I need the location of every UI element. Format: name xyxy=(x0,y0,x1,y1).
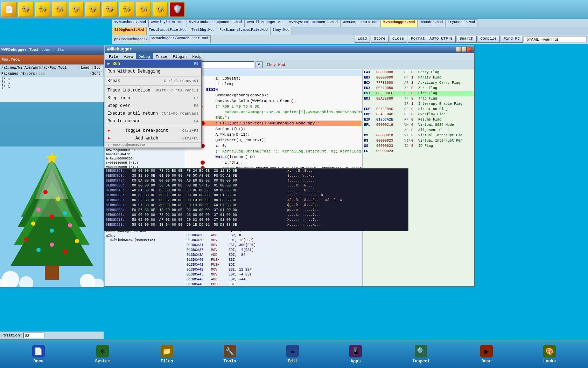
store-button[interactable]: Store xyxy=(371,36,388,43)
toolbar-icon-8[interactable]: 🐝 xyxy=(136,2,151,17)
load-button[interactable]: Load xyxy=(355,36,370,43)
tab-wvmsystem[interactable]: WVMSystemComponents.Mod xyxy=(287,19,340,27)
tab-wvmpinyin[interactable]: WVMPinyin.ME.Mod xyxy=(148,19,187,27)
taskbar-tools[interactable]: 🔧 Tools xyxy=(218,343,242,366)
ctx-trace-label: Trace instruction xyxy=(107,88,150,93)
ctx-run[interactable]: ▶ Run F9 xyxy=(105,60,201,68)
fox-sto-btn[interactable]: Sto xyxy=(92,66,102,70)
taskbar-files[interactable]: 📁 Files xyxy=(155,343,179,366)
taskbar-system[interactable]: ⚙️ System xyxy=(90,343,116,366)
hex-3: 0EB8D888: 00 00 00 00 58 DA B8 0E D8 0B … xyxy=(104,183,408,188)
toolbar-icon-5[interactable]: 🐝 xyxy=(85,2,101,17)
compile-button[interactable]: Compile xyxy=(477,36,500,43)
code-line-15: L:=J[i]; xyxy=(186,160,362,165)
asm-4: 013DCA31MOVESI, 380[EDI] xyxy=(185,243,362,248)
tab-wvmdebugger-path[interactable]: WVMDebugger/WVMDebugger.Mod xyxy=(149,35,211,43)
toolbar-icon-9[interactable]: 🐝 xyxy=(153,2,168,17)
packages-count: com xyxy=(38,72,45,76)
compiler-flags-input[interactable] xyxy=(524,36,587,42)
stack-20[interactable]: r=00000000H (NIL) xyxy=(105,161,184,165)
taskbar-docu[interactable]: 📄 Docu xyxy=(27,343,50,366)
tab-wvmdebugger[interactable]: WVMDebugger.Mod xyxy=(381,19,417,27)
tab-btdbgpanel[interactable]: BtDbgPanel.Mod xyxy=(112,27,146,35)
code-line-5: ➤ (* FOR i:=0 TO 9 DO xyxy=(186,104,362,109)
hex-6: 0EB8D8C8: 80 E2 B8 0E 00 E2 B8 0E 00 E3 … xyxy=(104,198,408,203)
search-button[interactable]: Search xyxy=(456,36,477,43)
reg-es: ES00000023 xyxy=(363,149,474,154)
win-close-btn[interactable]: × xyxy=(467,47,472,52)
tab-trydecode[interactable]: TryDecode.Mod xyxy=(445,19,477,27)
toolbar-icon-6[interactable]: 🐝 xyxy=(102,2,118,17)
apps-icon: 📱 xyxy=(349,345,362,357)
taskbar-demo[interactable]: ▶ Demo xyxy=(475,343,498,366)
position-label: Position: xyxy=(1,333,22,338)
asm-8: 013DCA41PUSHEDI xyxy=(185,263,362,267)
tab-decoder[interactable]: Decoder.Mod xyxy=(417,19,445,27)
assembly-panel: 013DCA21PUSH16711935 013DCA26CALL0[ESI] … xyxy=(185,223,362,286)
toolbar-icon-4[interactable]: 🐝 xyxy=(69,2,84,17)
left-panel-title-1: WVMDebugger.Tool Load | Sto xyxy=(0,45,104,55)
close-button[interactable]: Close xyxy=(389,36,407,43)
hex-11: 0EB8D928: 58 02 00 00 1B 04 00 00 60 1B … xyxy=(104,223,408,227)
asm-3: 013DCA2EMOVEDI, 12[EBP] xyxy=(185,238,362,243)
hex-panel: 0EB8D858: 00 00 00 00 78 76 B8 0E F8 24 … xyxy=(104,168,408,231)
taskbar-looks[interactable]: 🎨 Looks xyxy=(538,343,561,366)
ctx-break[interactable]: Break Ctrl+B rCanvas) xyxy=(105,77,201,85)
win-minimize-btn[interactable]: _ xyxy=(456,47,461,52)
svg-point-20 xyxy=(63,250,67,254)
ctx-add-watch-label: Add watch xyxy=(135,136,158,141)
docu-icon: 📄 xyxy=(32,345,45,357)
packages-header: Packages (Errors) com Sort xyxy=(0,71,104,77)
tab-wvmcombobox[interactable]: WVMComboBox.Mod xyxy=(112,19,148,27)
reg-edx: EDX00419050ZF0Zero Flag xyxy=(363,86,474,91)
toolbar-icon-0[interactable]: 📄 xyxy=(1,2,17,17)
toolbar-icon-2[interactable]: 🐝 xyxy=(35,2,50,17)
tab-wvmcomponents[interactable]: WVMComponents.Mod xyxy=(340,19,381,27)
taskbar-apps[interactable]: 📱 Apps xyxy=(344,343,368,366)
tab-testsymbol[interactable]: TestSymbolFile.Mod xyxy=(146,27,189,35)
findpc-button[interactable]: Find PC xyxy=(500,36,523,43)
toolbar-icon-1[interactable]: 🐝 xyxy=(18,2,34,17)
taskbar-inspect[interactable]: 🔍 Inspect xyxy=(407,343,435,366)
ctx-trace[interactable]: Trace instruction Shift+F7 nts.Panel) xyxy=(105,87,201,94)
demo-icon: ▶ xyxy=(480,345,493,357)
stack-19[interactable]: b=Rec@00000280H xyxy=(105,157,184,161)
ctx-step-into[interactable]: Step into F7 xyxy=(105,94,201,102)
asm-9: 013DCA42MOVESI, 12[EBP] xyxy=(185,267,362,272)
ctx-toggle-bp[interactable]: ● Toggle breakpoint Ctrl+F8 xyxy=(105,127,201,135)
sort-button[interactable]: Sort xyxy=(90,71,102,76)
format-button[interactable]: Format: AUTO UTF-8 xyxy=(408,36,456,43)
error-3: (* C xyxy=(1,85,102,89)
taskbar: 📄 Docu ⚙️ System 📁 Files 🔧 Tools ✏️ Edit… xyxy=(0,340,588,368)
svg-point-12 xyxy=(50,214,54,219)
position-input[interactable] xyxy=(23,333,44,338)
toolbar-icon-shield[interactable]: 🛡️ xyxy=(169,2,185,17)
tab-ihny[interactable]: Ihny.Mod xyxy=(270,27,292,35)
ctx-step-over-label: Step over xyxy=(107,103,130,108)
tab-wvmstandard[interactable]: WVMStandardComponents.Mod xyxy=(187,19,244,27)
tool-row: prk/WVMDebugger/Bt WVMDebugger/WVMDebugg… xyxy=(112,35,588,44)
stack-18[interactable]: handled=FALSE xyxy=(105,152,184,157)
tab-wvmfilemanager[interactable]: WVMFileManager.Mod xyxy=(244,19,287,27)
toolbar-icon-3[interactable]: 🐝 xyxy=(52,2,67,17)
stack-17[interactable]: nm=Rec@0000018CH xyxy=(105,148,184,152)
taskbar-edit[interactable]: ✏️ Edit xyxy=(281,343,304,366)
fox-load-btn[interactable]: Load xyxy=(79,66,91,70)
win-maximize-btn[interactable]: □ xyxy=(462,47,467,52)
draw-dropdown[interactable]: ▼ xyxy=(255,61,262,68)
toolbar-icon-7[interactable]: 🐝 xyxy=(119,2,134,17)
ctx-step-over[interactable]: Step over F8 xyxy=(105,102,201,110)
tab-testdbg[interactable]: TestDbg.Mod xyxy=(189,27,217,35)
christmas-tree xyxy=(0,146,104,287)
svg-point-15 xyxy=(50,229,54,233)
top-toolbar: 📄 🐝 🐝 🐝 🐝 🐝 🐝 🐝 🐝 🐝 🛡️ xyxy=(0,0,588,19)
ctx-run-no-debug[interactable]: Run Without Debugging xyxy=(105,68,201,75)
fox-tool-label: Fox.Tool xyxy=(1,57,20,62)
tab-foxbinary[interactable]: FoxBinarySymbolFile.Mod xyxy=(217,27,270,35)
ctx-run-to-cursor[interactable]: Run to cursor F4 xyxy=(105,117,201,125)
stack-38[interactable]: ! nafWindows=1 (00000001H) xyxy=(105,238,184,242)
stack-37[interactable]: ⊟Ihny xyxy=(105,233,184,238)
reg-esp: ESP0F4EFD4CDF0Direction Flag xyxy=(363,107,474,112)
ctx-execute-until[interactable]: Execute until return Ctrl+F9 rCanvas) xyxy=(105,110,201,117)
ctx-add-watch[interactable]: ● Add watch Ctrl+F5 xyxy=(105,135,201,142)
